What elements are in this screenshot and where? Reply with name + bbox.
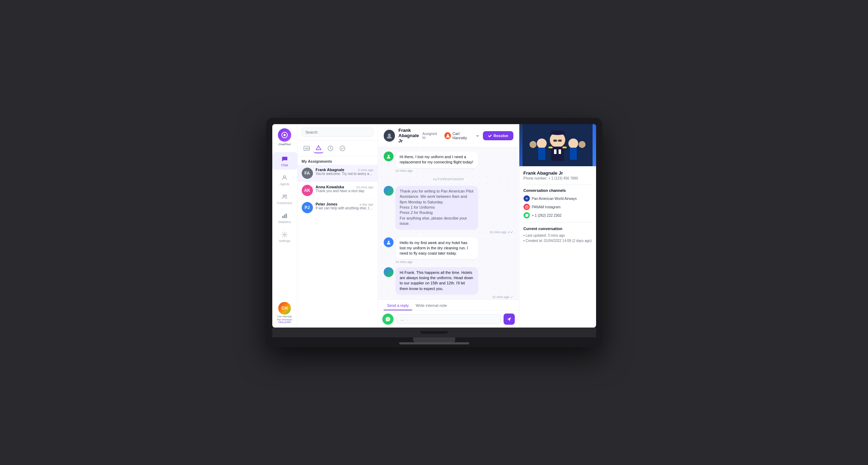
message-time: 12 mins ago <box>492 295 509 299</box>
conv-time: 23 mins ago <box>356 186 373 189</box>
outgoing-avatar <box>384 267 394 277</box>
agents-nav-label: Agents <box>280 182 289 186</box>
svg-point-33 <box>537 139 547 148</box>
svg-rect-7 <box>286 214 287 218</box>
view-profile-link[interactable]: View profile <box>278 321 291 323</box>
message-text: Hi Frank. This happens all the time. Hot… <box>400 270 473 291</box>
resolve-button[interactable]: Resolve <box>483 131 513 140</box>
assigned-user-avatar <box>444 132 451 139</box>
svg-point-37 <box>529 141 536 148</box>
conv-content: Peter Jones a day ago If we can help wit… <box>316 202 374 210</box>
created-at: • Created at: 01/04/2022 14:08 (2 days a… <box>524 239 592 243</box>
sidebar-item-chat[interactable]: Chat <box>272 152 297 170</box>
conv-header: Peter Jones a day ago <box>316 202 374 206</box>
filter-tabs: NEW ! <box>298 141 378 156</box>
svg-point-4 <box>285 195 287 196</box>
user-avatar: CH <box>278 302 291 315</box>
sidebar-item-customers[interactable]: Customers <box>272 190 297 208</box>
conv-name: Peter Jones <box>316 202 337 206</box>
chat-footer: Send a reply Write internal note <box>378 299 519 328</box>
tab-send-reply[interactable]: Send a reply <box>384 302 412 310</box>
filter-tab-resolved[interactable] <box>337 143 347 153</box>
messages-area: Hi there, I lost my uniform and I need a… <box>378 147 519 299</box>
send-button[interactable] <box>504 314 515 325</box>
conv-name: Frank Abagnale <box>316 168 344 172</box>
channel-name-panam: Pan American World Airways <box>532 197 577 201</box>
filter-tab-new[interactable]: NEW <box>302 143 312 153</box>
search-bar <box>298 124 378 141</box>
message-time: 14 mins ago <box>396 260 413 264</box>
customers-icon <box>281 193 288 201</box>
user-company: Pan American <box>277 318 292 321</box>
conv-avatar: AK <box>302 185 313 196</box>
single-check-icon: ✓ <box>511 295 513 299</box>
message-content: Hello its my first week and my hotel has… <box>396 237 513 264</box>
laptop-chin <box>272 328 596 337</box>
conv-header: Anna Kowalska 23 mins ago <box>316 185 374 189</box>
sidebar-item-statistics[interactable]: Statistics <box>272 209 297 227</box>
message-content: Thank you for writing to Pan American Pi… <box>396 186 513 234</box>
svg-rect-36 <box>570 148 577 160</box>
channels-section-header: Conversation channels <box>524 188 592 193</box>
whatsapp-channel-icon <box>524 212 530 218</box>
message-bubble: Thank you for writing to Pan American Pi… <box>396 186 478 229</box>
channel-item-whatsapp: + 1 (262) 222 2302 <box>524 212 592 218</box>
divider <box>524 184 592 185</box>
conversation-item[interactable]: AK Anna Kowalska 23 mins ago Thank you a… <box>298 182 378 199</box>
settings-icon <box>281 231 288 238</box>
message-text: Hi there, I lost my uniform and I need a… <box>400 155 473 164</box>
autoresponder-avatar <box>384 186 394 196</box>
message-time: 15 mins ago <box>396 169 413 173</box>
divider-2 <box>524 222 592 222</box>
svg-point-38 <box>579 141 586 148</box>
svg-rect-5 <box>282 216 283 218</box>
sidebar-item-agents[interactable]: Agents <box>272 171 297 189</box>
channel-name-instagram: PANAM Instagram <box>532 205 561 209</box>
chat-contact-name: Frank Abagnale Jr <box>398 128 419 143</box>
customers-nav-label: Customers <box>277 201 292 205</box>
message-meta: 14 mins ago <box>396 260 513 264</box>
nav-user-section: CH Carl Hanratty Pan American View profi… <box>272 302 297 328</box>
assigned-label: Assigned to: <box>423 132 441 140</box>
search-input[interactable] <box>302 128 374 137</box>
conv-avatar: FA <box>302 168 313 179</box>
filter-tab-priority[interactable]: ! <box>314 143 323 153</box>
conv-content: Frank Abagnale 3 mins ago You're welcome… <box>316 168 374 176</box>
section-title: My Assignments <box>298 156 378 165</box>
send-icon <box>507 317 512 322</box>
laptop-stand <box>413 337 455 342</box>
assigned-user-section: Carl Hanratty <box>444 132 479 140</box>
message-avatar <box>384 151 394 161</box>
tab-internal-note[interactable]: Write internal note <box>412 302 450 310</box>
svg-point-8 <box>284 234 286 236</box>
svg-rect-23 <box>551 130 564 134</box>
conversations-panel: NEW ! <box>298 124 378 328</box>
conversation-item[interactable]: PJ Peter Jones a day ago If we can help … <box>298 199 378 216</box>
message-row: Hi there, I lost my uniform and I need a… <box>384 151 513 173</box>
sidebar-item-settings[interactable]: Settings <box>272 228 297 245</box>
whatsapp-button[interactable] <box>382 314 394 325</box>
message-avatar <box>384 237 394 247</box>
laptop-base <box>399 342 469 344</box>
message-time: 15 mins ago <box>489 230 506 234</box>
svg-point-3 <box>283 195 285 197</box>
conversation-item[interactable]: FA Frank Abagnale 3 mins ago You're welc… <box>298 165 378 182</box>
conv-name: Anna Kowalska <box>316 185 344 189</box>
app-name: ChatPilot <box>278 143 291 146</box>
filter-tab-pending[interactable] <box>326 143 335 153</box>
svg-rect-28 <box>548 147 553 148</box>
svg-rect-29 <box>562 147 567 148</box>
svg-rect-34 <box>538 148 545 160</box>
message-text: Hello its my first week and my hotel has… <box>400 241 468 256</box>
pilot-illustration <box>522 124 593 166</box>
user-name: Carl Hanratty <box>277 315 292 318</box>
double-check-icon: ✓✓ <box>508 230 513 234</box>
check-icon <box>488 134 492 138</box>
message-bubble: Hi Frank. This happens all the time. Hot… <box>396 267 478 295</box>
reply-input-field[interactable] <box>396 314 501 324</box>
panam-channel-icon: ✈ <box>524 195 530 202</box>
autoresponder-label: AUTORESPONDER <box>384 177 513 181</box>
svg-point-2 <box>283 176 286 178</box>
conv-time: a day ago <box>360 203 374 206</box>
statistics-icon <box>281 212 288 220</box>
